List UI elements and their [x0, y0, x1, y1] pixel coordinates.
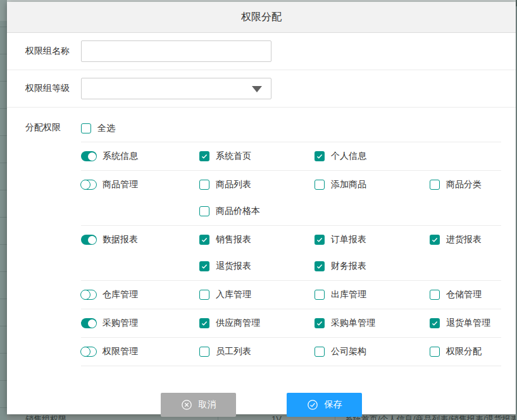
permission-group-label: 系统信息: [103, 151, 138, 162]
permission-group-main: 数据报表: [81, 234, 199, 245]
permission-item[interactable]: 进货报表: [430, 234, 501, 245]
permission-group-main: 系统信息: [81, 151, 199, 162]
permission-item[interactable]: 退货报表: [199, 261, 315, 272]
checkbox-checked-icon[interactable]: [199, 261, 209, 271]
permission-group-row: 系统信息系统首页个人信息: [81, 142, 501, 171]
checkbox-checked-icon[interactable]: [315, 261, 325, 271]
permission-item[interactable]: 员工列表: [199, 346, 315, 357]
checkbox-unchecked-icon[interactable]: [199, 206, 209, 216]
toggle-switch-icon[interactable]: [81, 318, 97, 328]
permission-item-label: 采购单管理: [331, 318, 375, 329]
save-button-label: 保存: [325, 399, 342, 411]
select-all-row: 全选: [81, 115, 501, 142]
permission-item-label: 个人信息: [331, 151, 366, 162]
permission-item[interactable]: 系统首页: [199, 151, 315, 162]
permission-item[interactable]: 仓储管理: [430, 289, 501, 300]
permission-group-main: 仓库管理: [81, 289, 199, 300]
permission-item[interactable]: 商品列表: [199, 179, 315, 190]
dialog-button-row: 取消 保存: [7, 393, 516, 417]
page: 销售组权限 1V 系统首页/个人信息/商品列表/销售报表/退货报表 权限分配 权…: [0, 0, 517, 420]
permission-group-row: 权限管理员工列表公司架构权限分配: [81, 338, 501, 366]
checkbox-checked-icon[interactable]: [199, 318, 209, 328]
toggle-knob: [80, 180, 90, 190]
permission-group-label: 采购管理: [103, 318, 138, 329]
permission-item-label: 商品价格本: [216, 206, 260, 217]
select-all-label: 全选: [97, 123, 115, 134]
select-all-checkbox[interactable]: [81, 123, 91, 133]
cancel-button[interactable]: 取消: [161, 393, 236, 417]
checkbox-unchecked-icon[interactable]: [315, 290, 325, 300]
group-level-row: 权限组等级: [7, 70, 516, 108]
checkbox-unchecked-icon[interactable]: [430, 347, 440, 357]
group-level-select[interactable]: [81, 78, 271, 99]
checkbox-unchecked-icon[interactable]: [430, 290, 440, 300]
permission-item-label: 销售报表: [216, 234, 251, 245]
permission-group-row: 仓库管理入库管理出库管理仓储管理: [81, 281, 501, 309]
permission-group-main: 商品管理: [81, 179, 199, 190]
assign-permissions-section: 分配权限 全选 系统信息系统首页个人信息商品管理商品列表添加商品商品分类商品价格…: [7, 108, 516, 366]
permission-group-row: 采购管理供应商管理采购单管理退货单管理: [81, 309, 501, 338]
toggle-switch-icon[interactable]: [81, 290, 97, 300]
permission-item-label: 权限分配: [446, 346, 482, 357]
permission-item-label: 入库管理: [216, 289, 251, 300]
permission-item[interactable]: 入库管理: [199, 289, 315, 300]
checkbox-checked-icon[interactable]: [315, 318, 325, 328]
permission-group-row: 数据报表销售报表订单报表进货报表退货报表财务报表: [81, 226, 501, 281]
chevron-down-icon: [252, 86, 262, 92]
permission-item[interactable]: 订单报表: [315, 234, 430, 245]
permission-item-label: 出库管理: [331, 289, 366, 300]
permission-item[interactable]: 权限分配: [430, 346, 501, 357]
permission-item-label: 商品分类: [446, 179, 482, 190]
checkbox-checked-icon[interactable]: [315, 151, 325, 161]
permission-group-label: 仓库管理: [103, 289, 138, 300]
checkbox-checked-icon[interactable]: [430, 318, 440, 328]
save-circle-check-icon: [307, 399, 318, 411]
checkbox-checked-icon[interactable]: [199, 235, 209, 245]
permission-item-label: 供应商管理: [216, 318, 260, 329]
permission-item-label: 财务报表: [331, 261, 366, 272]
permission-item[interactable]: 添加商品: [315, 179, 430, 190]
checkbox-unchecked-icon[interactable]: [199, 290, 209, 300]
save-button[interactable]: 保存: [287, 393, 362, 417]
checkbox-unchecked-icon[interactable]: [430, 180, 440, 190]
dialog-title: 权限分配: [241, 11, 282, 24]
permission-dialog: 权限分配 权限组名称 权限组等级 分配权限 全选 系统信息系统首页个人信息商品管…: [7, 2, 516, 414]
permission-item[interactable]: 出库管理: [315, 289, 430, 300]
checkbox-checked-icon[interactable]: [430, 235, 440, 245]
permission-item-label: 公司架构: [331, 346, 366, 357]
permission-group-main: 采购管理: [81, 318, 199, 329]
permission-item[interactable]: 退货单管理: [430, 318, 501, 329]
group-name-row: 权限组名称: [7, 33, 516, 70]
checkbox-checked-icon[interactable]: [315, 235, 325, 245]
permission-item[interactable]: 商品价格本: [199, 206, 315, 217]
permission-groups: 系统信息系统首页个人信息商品管理商品列表添加商品商品分类商品价格本数据报表销售报…: [81, 142, 501, 366]
permission-item[interactable]: 销售报表: [199, 234, 315, 245]
toggle-switch-icon[interactable]: [81, 151, 97, 161]
permission-item-label: 添加商品: [331, 179, 366, 190]
permission-group-label: 权限管理: [103, 346, 138, 357]
checkbox-unchecked-icon[interactable]: [199, 347, 209, 357]
toggle-knob: [88, 319, 96, 328]
permission-item[interactable]: 供应商管理: [199, 318, 315, 329]
permission-item[interactable]: 采购单管理: [315, 318, 430, 329]
checkbox-unchecked-icon[interactable]: [315, 180, 325, 190]
permission-item[interactable]: 个人信息: [315, 151, 430, 162]
toggle-switch-icon[interactable]: [81, 347, 97, 357]
group-name-input[interactable]: [81, 40, 271, 62]
permission-item[interactable]: 公司架构: [315, 346, 430, 357]
permission-item-label: 系统首页: [216, 151, 251, 162]
toggle-switch-icon[interactable]: [81, 235, 97, 245]
permission-item-label: 退货单管理: [446, 318, 490, 329]
toggle-switch-icon[interactable]: [81, 180, 97, 190]
toggle-knob: [88, 152, 96, 161]
permission-item-label: 退货报表: [216, 261, 251, 272]
permission-item-label: 商品列表: [216, 179, 251, 190]
permission-item[interactable]: 商品分类: [430, 179, 501, 190]
checkbox-unchecked-icon[interactable]: [315, 347, 325, 357]
modal-backdrop-left: [0, 0, 7, 420]
permission-item[interactable]: 财务报表: [315, 261, 430, 272]
permission-item-label: 仓储管理: [446, 289, 482, 300]
permission-group-row: 商品管理商品列表添加商品商品分类商品价格本: [81, 171, 501, 226]
checkbox-checked-icon[interactable]: [199, 151, 209, 161]
checkbox-unchecked-icon[interactable]: [199, 180, 209, 190]
